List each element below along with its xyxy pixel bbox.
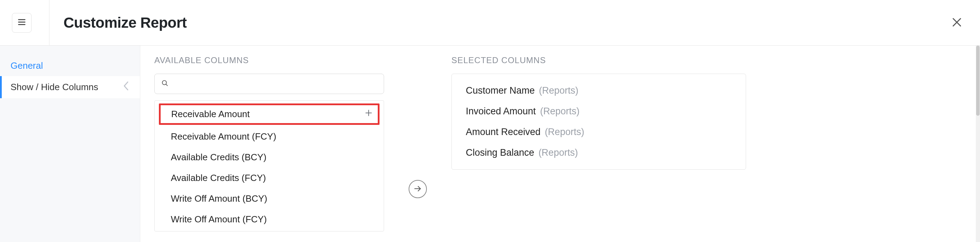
available-column-item[interactable]: Receivable Amount (FCY) — [155, 126, 384, 147]
selected-column-label: Closing Balance — [466, 147, 534, 158]
close-icon — [951, 24, 963, 29]
header-divider — [49, 0, 49, 46]
header-bar: Customize Report — [0, 0, 980, 46]
selected-column-source: (Reports) — [545, 127, 584, 137]
selected-column-item[interactable]: Invoiced Amount (Reports) — [452, 101, 746, 122]
available-column-label: Write Off Amount (BCY) — [171, 193, 267, 204]
available-column-item[interactable]: Available Credits (FCY) — [155, 168, 384, 188]
scrollbar-thumb[interactable] — [976, 46, 980, 116]
hamburger-icon — [17, 17, 27, 28]
selected-column-item[interactable]: Amount Received (Reports) — [452, 122, 746, 142]
settings-sidebar: General Show / Hide Columns — [0, 46, 140, 242]
selected-column-label: Amount Received — [466, 127, 541, 137]
selected-columns-list: Customer Name (Reports) Invoiced Amount … — [452, 74, 746, 170]
hamburger-menu-button[interactable] — [12, 13, 32, 33]
scrollbar[interactable] — [976, 46, 980, 242]
sidebar-item-general[interactable]: General — [0, 56, 140, 76]
arrow-right-icon — [413, 184, 422, 194]
available-column-label: Available Credits (BCY) — [171, 152, 267, 163]
selected-column-item[interactable]: Closing Balance (Reports) — [452, 142, 746, 163]
selected-column-source: (Reports) — [539, 85, 579, 96]
available-column-item[interactable]: Write Off Amount (BCY) — [155, 188, 384, 209]
plus-icon[interactable] — [364, 109, 373, 119]
sidebar-item-label: General — [11, 61, 43, 71]
selected-column-label: Customer Name — [466, 85, 535, 96]
available-columns-list: Receivable Amount Receivable Amount (FCY… — [154, 100, 384, 231]
svg-line-6 — [166, 84, 167, 86]
selected-column-label: Invoiced Amount — [466, 106, 536, 117]
available-columns-heading: AVAILABLE COLUMNS — [154, 56, 384, 65]
selected-columns-heading: SELECTED COLUMNS — [452, 56, 746, 65]
search-field-wrap[interactable] — [154, 74, 384, 94]
chevron-left-icon — [123, 81, 129, 93]
search-input[interactable] — [173, 79, 377, 89]
available-column-item[interactable]: Available Credits (BCY) — [155, 147, 384, 168]
selected-column-source: (Reports) — [540, 106, 580, 117]
selected-columns-panel: SELECTED COLUMNS Customer Name (Reports)… — [452, 56, 746, 170]
available-column-label: Receivable Amount (FCY) — [171, 131, 277, 142]
move-right-button[interactable] — [409, 180, 427, 198]
sidebar-item-label: Show / Hide Columns — [11, 82, 98, 92]
page-title: Customize Report — [64, 14, 186, 31]
available-column-item[interactable]: Receivable Amount — [159, 103, 380, 125]
available-columns-panel: AVAILABLE COLUMNS Receivable Amount — [154, 56, 384, 231]
available-column-label: Available Credits (FCY) — [171, 172, 266, 183]
search-icon — [161, 79, 169, 88]
selected-column-source: (Reports) — [538, 147, 578, 158]
sidebar-item-show-hide-columns[interactable]: Show / Hide Columns — [0, 76, 140, 98]
available-column-label: Receivable Amount — [171, 109, 250, 119]
available-column-label: Write Off Amount (FCY) — [171, 214, 267, 225]
selected-column-item[interactable]: Customer Name (Reports) — [452, 80, 746, 101]
available-column-item[interactable]: Write Off Amount (FCY) — [155, 209, 384, 230]
close-button[interactable] — [948, 13, 966, 32]
